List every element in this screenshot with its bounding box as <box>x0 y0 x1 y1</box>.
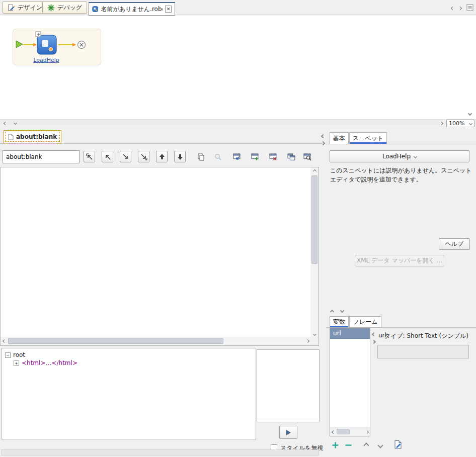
chevron-down-icon <box>312 332 316 335</box>
action-node[interactable] <box>35 31 58 55</box>
move-variable-down-button[interactable] <box>375 440 385 450</box>
arrow-downright-stop-icon <box>140 153 148 161</box>
debug-icon <box>47 4 55 12</box>
scroll-right-button[interactable] <box>304 337 311 345</box>
variable-value-input[interactable] <box>377 345 469 358</box>
chevron-up-icon <box>312 169 316 172</box>
variable-row[interactable]: url <box>330 328 370 339</box>
close-window-button[interactable] <box>267 151 279 163</box>
collapse-down-icon[interactable] <box>14 121 17 125</box>
horizontal-scroll-thumb[interactable] <box>8 338 223 344</box>
snippet-description: このスニペットには説明がありません。スニペット エディタで説明を追加できます。 <box>330 166 472 184</box>
scroll-left-button[interactable] <box>330 427 336 436</box>
tab-frames[interactable]: フレーム <box>349 316 381 328</box>
debug-view-button[interactable]: デバッグ <box>42 2 87 14</box>
flow-group: LoadHelp <box>13 29 101 65</box>
scroll-left-button[interactable] <box>1 337 8 345</box>
node-label[interactable]: LoadHelp <box>30 57 62 63</box>
zoom-select[interactable]: 100% <box>446 120 474 127</box>
vertical-scrollbar[interactable] <box>310 167 319 337</box>
arrow-up-icon <box>158 153 166 161</box>
collapse-icon[interactable]: − <box>5 352 11 358</box>
variables-list-scrollbar[interactable] <box>330 427 370 436</box>
chevron-right-icon <box>305 339 309 343</box>
add-variable-button[interactable] <box>330 440 340 450</box>
dom-tree-panel[interactable]: − root + <html>…</html> <box>2 348 256 439</box>
chevron-down-icon <box>469 122 472 125</box>
connector-arrow-icon <box>58 43 76 47</box>
scroll-left-icon[interactable] <box>4 122 7 125</box>
help-button[interactable]: ヘルプ <box>439 238 470 250</box>
variables-scroll-thumb[interactable] <box>337 429 350 434</box>
remove-variable-button[interactable] <box>343 440 353 450</box>
browser-tab[interactable]: about:blank <box>4 130 61 143</box>
design-view-button[interactable]: デザイン <box>3 2 47 14</box>
search-button[interactable] <box>212 151 223 162</box>
tree-html-label: <html>…</html> <box>22 359 77 367</box>
expand-icon[interactable]: + <box>14 360 19 366</box>
scroll-right-icon[interactable] <box>440 122 443 125</box>
tab-list-button[interactable] <box>466 4 474 12</box>
top-toolbar: デザイン デバッグ 名前がありません.robot* ✕ <box>0 0 476 15</box>
tab-variables[interactable]: 変数 <box>330 316 349 328</box>
go-prev-button[interactable] <box>102 151 113 162</box>
scroll-up-button[interactable] <box>310 167 319 174</box>
minus-icon <box>345 441 352 449</box>
go-down-button[interactable] <box>174 151 186 162</box>
tree-row-root[interactable]: − root <box>5 351 253 359</box>
document-tab[interactable]: 名前がありません.robot* ✕ <box>89 2 175 16</box>
chevron-left-icon <box>331 430 335 433</box>
zoom-value: 100% <box>449 120 464 127</box>
prev-window-button[interactable] <box>231 151 243 163</box>
chevron-left-icon <box>2 339 6 343</box>
go-up-button[interactable] <box>156 151 168 162</box>
snippet-name: LoadHelp <box>382 153 411 160</box>
tree-row-html[interactable]: + <html>…</html> <box>14 359 253 367</box>
edit-variable-icon <box>393 440 403 449</box>
move-variable-up-button[interactable] <box>361 440 371 450</box>
status-bar <box>2 449 319 455</box>
variables-splitter-left-icon[interactable] <box>372 332 376 336</box>
arrow-down-icon <box>176 153 184 161</box>
tab-scroll-left-button[interactable] <box>449 5 455 11</box>
address-input[interactable] <box>3 150 80 163</box>
robot-canvas[interactable]: LoadHelp <box>0 16 476 119</box>
panel-collapse-up-icon[interactable] <box>330 310 334 314</box>
go-first-button[interactable] <box>84 151 95 162</box>
debug-view-label: デバッグ <box>57 4 82 12</box>
panel-expand-down-icon[interactable] <box>340 309 344 313</box>
tab-basic[interactable]: 基本 <box>330 132 349 144</box>
chevron-right-icon <box>365 430 368 433</box>
windows-overview-button[interactable] <box>285 151 297 163</box>
window-zoom-button[interactable] <box>301 151 313 163</box>
execute-button[interactable] <box>279 426 297 439</box>
robot-file-icon <box>92 6 98 13</box>
canvas-scroll-down-icon[interactable] <box>468 112 472 116</box>
browser-viewport[interactable] <box>0 167 319 346</box>
window-search-icon <box>303 152 312 161</box>
scroll-down-button[interactable] <box>310 330 319 337</box>
document-tab-title: 名前がありません.robot* <box>101 5 163 14</box>
variables-list[interactable]: url <box>330 328 370 436</box>
go-last-button[interactable] <box>138 151 149 162</box>
scroll-right-button[interactable] <box>364 427 370 436</box>
tab-scroll-right-button[interactable] <box>457 5 463 11</box>
snippet-select-button[interactable]: LoadHelp <box>330 150 469 162</box>
chevron-up-icon <box>363 442 369 448</box>
vertical-scroll-thumb[interactable] <box>311 175 318 264</box>
edit-variable-button[interactable] <box>392 439 404 450</box>
horizontal-scrollbar[interactable] <box>1 337 311 345</box>
new-window-button[interactable] <box>249 151 261 163</box>
window-back-icon <box>232 152 242 161</box>
end-node[interactable] <box>76 40 87 50</box>
copy-page-button[interactable] <box>195 151 206 162</box>
close-icon[interactable]: ✕ <box>165 6 172 13</box>
tab-snippet[interactable]: スニペット <box>349 132 387 144</box>
xml-mapper-button[interactable]: XML データ マッパーを開く ... <box>355 255 444 266</box>
arrow-upleft-icon <box>104 153 112 161</box>
browser-toolbar <box>0 144 323 167</box>
scroll-corner <box>310 337 319 345</box>
variables-splitter-right-icon[interactable] <box>372 340 376 344</box>
design-view-label: デザイン <box>18 4 42 12</box>
go-next-button[interactable] <box>120 151 131 162</box>
